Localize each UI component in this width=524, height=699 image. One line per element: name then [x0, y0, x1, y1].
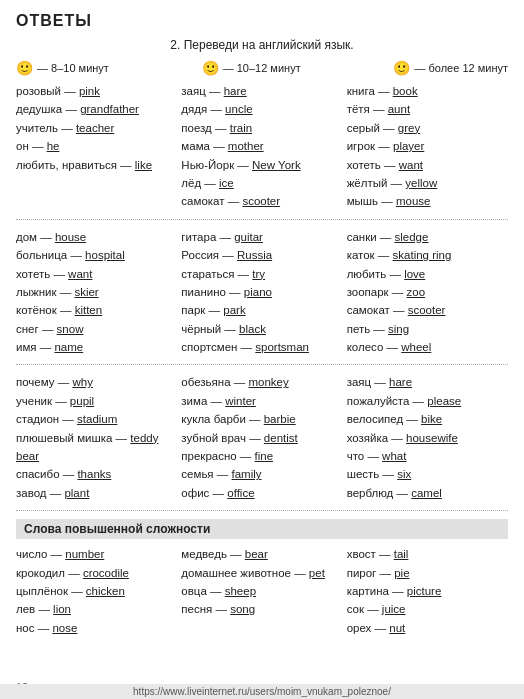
word-en: stadium [77, 413, 117, 425]
word-en: office [227, 487, 254, 499]
word-pair: дом — house [16, 228, 177, 246]
word-en: why [72, 376, 92, 388]
section-1: розовый — pinkдедушка — grandfatherучите… [16, 82, 508, 211]
word-ru: заяц [181, 85, 205, 97]
word-ru: парк [181, 304, 205, 316]
word-en: pink [79, 85, 100, 97]
word-pair: медведь — bear [181, 545, 342, 563]
word-dash: — [201, 177, 219, 189]
word-pair: хвост — tail [347, 545, 508, 563]
word-pair: шесть — six [347, 465, 508, 483]
word-dash: — [389, 286, 407, 298]
word-en: family [232, 468, 262, 480]
word-dash: — [62, 103, 80, 115]
word-en: mother [228, 140, 264, 152]
word-ru: колесо [347, 341, 384, 353]
word-en: sing [388, 323, 409, 335]
column: розовый — pinkдедушка — grandfatherучите… [16, 82, 181, 211]
page-title: ОТВЕТЫ [16, 12, 508, 30]
word-pair: домашнее животное — pet [181, 564, 342, 582]
word-ru: серый [347, 122, 380, 134]
word-en: number [65, 548, 104, 560]
word-pair: пианино — piano [181, 283, 342, 301]
word-pair: лёд — ice [181, 174, 342, 192]
word-ru: овца [181, 585, 207, 597]
word-ru: лёд [181, 177, 201, 189]
word-en: piano [244, 286, 272, 298]
smiley-3: 🙂 [393, 60, 410, 76]
word-ru: домашнее животное [181, 567, 291, 579]
word-en: song [230, 603, 255, 615]
task-line: 2. Переведи на английский язык. [16, 38, 508, 52]
word-en: book [393, 85, 418, 97]
word-en: name [54, 341, 83, 353]
word-dash: — [59, 413, 77, 425]
word-ru: лев [16, 603, 35, 615]
word-en: hospital [85, 249, 125, 261]
word-pair: чёрный — black [181, 320, 342, 338]
word-pair: любить, нравиться — like [16, 156, 177, 174]
word-dash: — [388, 432, 406, 444]
column: санки — sledgeкаток — skating ringлюбить… [347, 228, 508, 357]
word-ru: учитель [16, 122, 58, 134]
word-ru: зубной врач [181, 432, 246, 444]
word-dash: — [58, 122, 76, 134]
word-pair: мама — mother [181, 137, 342, 155]
word-ru: стадион [16, 413, 59, 425]
url-bar: https://www.liveinternet.ru/users/moim_v… [0, 684, 524, 699]
word-en: aunt [388, 103, 410, 115]
word-dash: — [55, 376, 73, 388]
word-dash: — [364, 603, 382, 615]
word-pair: самокат — scooter [181, 192, 342, 210]
word-ru: имя [16, 341, 37, 353]
word-dash: — [221, 323, 239, 335]
section-3: почему — whyученик — pupilстадион — stad… [16, 373, 508, 502]
word-ru: обезьяна [181, 376, 230, 388]
word-ru: спасибо [16, 468, 60, 480]
column: число — numberкрокодил — crocodileцыплён… [16, 545, 181, 637]
word-pair: почему — why [16, 373, 177, 391]
word-en: sportsman [255, 341, 309, 353]
word-en: Russia [237, 249, 272, 261]
word-pair: Нью-Йорк — New York [181, 156, 342, 174]
word-dash: — [375, 85, 393, 97]
word-dash: — [226, 286, 244, 298]
word-dash: — [207, 585, 225, 597]
word-dash: — [389, 585, 407, 597]
word-dash: — [379, 468, 397, 480]
word-ru: пожалуйста [347, 395, 410, 407]
column: почему — whyученик — pupilстадион — stad… [16, 373, 181, 502]
word-pair: хотеть — want [16, 265, 177, 283]
word-ru: больница [16, 249, 67, 261]
word-dash: — [67, 249, 85, 261]
word-ru: дядя [181, 103, 207, 115]
word-ru: поезд [181, 122, 212, 134]
word-pair: тётя — aunt [347, 100, 508, 118]
word-pair: нос — nose [16, 619, 177, 637]
word-dash: — [39, 323, 57, 335]
word-dash: — [246, 432, 264, 444]
word-ru: Нью-Йорк [181, 159, 234, 171]
word-pair: лев — lion [16, 600, 177, 618]
word-ru: книга [347, 85, 375, 97]
word-pair: овца — sheep [181, 582, 342, 600]
word-dash: — [68, 585, 86, 597]
word-pair: лыжник — skier [16, 283, 177, 301]
time-label-1: — 8–10 минут [37, 62, 109, 74]
word-en: monkey [248, 376, 288, 388]
word-en: wheel [401, 341, 431, 353]
advanced-section: число — numberкрокодил — crocodileцыплён… [16, 545, 508, 637]
word-dash: — [364, 450, 382, 462]
word-pair: игрок — player [347, 137, 508, 155]
word-pair: спортсмен — sportsman [181, 338, 342, 356]
divider-3 [16, 510, 508, 511]
word-en: nut [389, 622, 405, 634]
word-pair: учитель — teacher [16, 119, 177, 137]
word-dash: — [234, 159, 252, 171]
word-pair: песня — song [181, 600, 342, 618]
word-ru: хотеть [347, 159, 381, 171]
word-dash: — [371, 622, 389, 634]
word-pair: ученик — pupil [16, 392, 177, 410]
word-pair: орех — nut [347, 619, 508, 637]
word-dash: — [29, 140, 47, 152]
